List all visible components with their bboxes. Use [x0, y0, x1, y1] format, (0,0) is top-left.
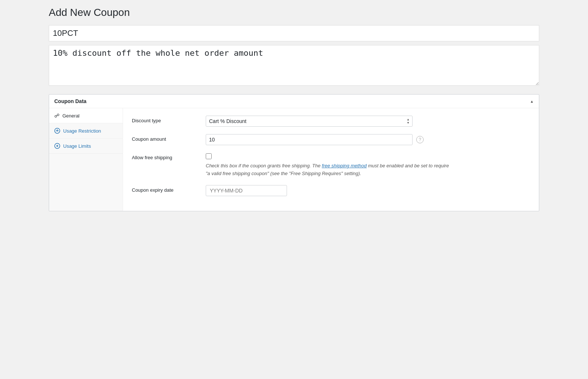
free-shipping-checkbox[interactable] [206, 153, 212, 159]
coupon-code-input[interactable] [49, 25, 539, 41]
discount-type-select-wrapper: Percentage discount Fixed cart discount … [206, 116, 413, 127]
coupon-data-content: Discount type Percentage discount Fixed … [123, 108, 539, 211]
discount-type-select[interactable]: Percentage discount Fixed cart discount … [206, 116, 413, 127]
coupon-amount-row: Coupon amount ? [132, 134, 530, 145]
free-shipping-description: Check this box if the coupon grants free… [206, 162, 449, 178]
collapse-arrow[interactable]: ▲ [530, 99, 534, 103]
coupon-amount-label: Coupon amount [132, 134, 206, 142]
expiry-date-field [206, 185, 530, 196]
expiry-date-label: Coupon expiry date [132, 185, 206, 193]
coupon-data-box: Coupon Data ▲ ☍ General [49, 94, 539, 211]
coupon-data-body: ☍ General Usage Restriction [49, 108, 539, 211]
free-shipping-field: Check this box if the coupon grants free… [206, 153, 530, 178]
sidebar-item-general[interactable]: ☍ General [49, 108, 123, 123]
page-title: Add New Coupon [49, 6, 539, 19]
coupon-amount-input[interactable] [206, 134, 413, 145]
coupon-amount-help-icon[interactable]: ? [416, 136, 424, 143]
sidebar-label-general: General [62, 113, 79, 119]
coupon-data-sidebar: ☍ General Usage Restriction [49, 108, 123, 211]
discount-type-field: Percentage discount Fixed cart discount … [206, 116, 530, 127]
coupon-data-header: Coupon Data ▲ [49, 95, 539, 108]
expiry-date-input[interactable] [206, 185, 287, 196]
circle-plus-icon [54, 143, 60, 149]
shipping-desc-part1: Check this box if the coupon grants free… [206, 163, 322, 168]
sidebar-label-usage-limits: Usage Limits [63, 143, 91, 149]
coupon-amount-field: ? [206, 134, 530, 145]
ticket-icon: ☍ [54, 113, 59, 119]
free-shipping-method-link[interactable]: free shipping method [322, 163, 366, 168]
sidebar-item-usage-limits[interactable]: Usage Limits [49, 139, 123, 154]
expiry-date-row: Coupon expiry date [132, 185, 530, 196]
free-shipping-label: Allow free shipping [132, 153, 206, 160]
free-shipping-row: Allow free shipping Check this box if th… [132, 153, 530, 178]
sidebar-label-usage-restriction: Usage Restriction [63, 128, 101, 134]
discount-type-label: Discount type [132, 116, 206, 123]
discount-type-row: Discount type Percentage discount Fixed … [132, 116, 530, 127]
sidebar-item-usage-restriction[interactable]: Usage Restriction [49, 123, 123, 139]
coupon-description-textarea[interactable] [49, 45, 539, 86]
coupon-data-title: Coupon Data [54, 98, 86, 104]
circle-minus-icon [54, 128, 60, 134]
